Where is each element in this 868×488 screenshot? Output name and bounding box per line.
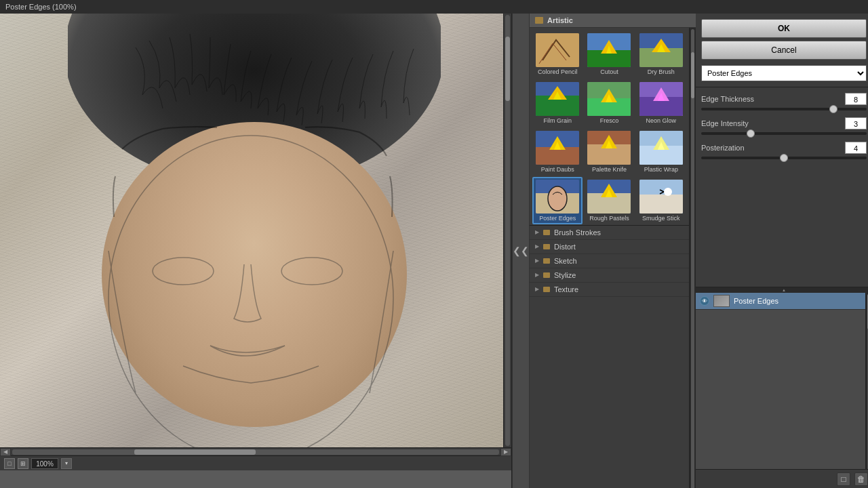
filter-label-colored-pencil: Colored Pencil <box>538 68 578 75</box>
distort-folder-icon <box>543 244 550 249</box>
thumb-svg-paint-daubs <box>536 131 579 165</box>
filter-thumb-img-neon-glow <box>639 82 683 116</box>
filter-thumb-cutout[interactable]: Cutout <box>584 30 634 78</box>
category-distort[interactable]: ▶ Distort <box>530 240 689 254</box>
category-brush-strokes[interactable]: ▶ Brush Strokes <box>530 226 689 240</box>
posterization-thumb[interactable] <box>780 154 788 162</box>
cancel-button[interactable]: Cancel <box>701 41 867 60</box>
edge-intensity-label: Edge Intensity <box>701 119 749 127</box>
category-stylize[interactable]: ▶ Stylize <box>530 268 689 283</box>
scroll-v-thumb[interactable] <box>505 37 510 101</box>
actual-size-btn[interactable]: ⊞ <box>18 458 28 469</box>
stylize-folder-icon <box>543 272 550 278</box>
distort-arrow: ▶ <box>535 243 539 249</box>
image-canvas[interactable] <box>0 14 503 447</box>
canvas-h-scroll[interactable]: ◀ ▶ <box>0 447 511 455</box>
layers-panel: ▲ 👁 Poster Edges <box>696 287 868 488</box>
layers-scroll-v[interactable] <box>865 293 868 469</box>
filter-label-neon-glow: Neon Glow <box>646 117 677 124</box>
distort-label: Distort <box>554 243 576 251</box>
filter-label-palette-knife: Palette Knife <box>592 166 627 173</box>
edge-thickness-track[interactable] <box>701 108 867 110</box>
posterization-track[interactable] <box>701 157 867 159</box>
filter-select-wrapper: Poster Edges <box>701 65 867 81</box>
edge-intensity-track[interactable] <box>701 132 867 135</box>
filter-panel-inner: Colored Pencil Cutout <box>530 28 696 488</box>
delete-layer-btn[interactable]: 🗑 <box>854 472 868 486</box>
posterization-row: Posterization 4 <box>701 142 867 159</box>
filter-thumb-plastic-wrap[interactable]: Plastic Wrap <box>636 128 686 176</box>
filter-thumb-fresco[interactable]: Fresco <box>584 79 634 127</box>
category-sketch[interactable]: ▶ Sketch <box>530 254 689 268</box>
panel-collapse-arrow[interactable]: ❮❮ <box>512 14 530 488</box>
svg-point-0 <box>108 136 393 447</box>
scroll-left-arrow[interactable]: ◀ <box>0 448 11 456</box>
zoom-display: 100% <box>31 458 58 469</box>
svg-point-2 <box>281 258 342 285</box>
thumb-svg-palette-knife <box>587 131 631 165</box>
thumb-svg-dry-brush <box>639 33 683 67</box>
filter-thumbnails-area: Colored Pencil Cutout <box>530 28 689 488</box>
svg-point-45 <box>664 188 672 196</box>
edge-thickness-row: Edge Thickness 8 <box>701 93 867 110</box>
brush-strokes-label: Brush Strokes <box>554 228 601 237</box>
layers-list: 👁 Poster Edges <box>696 293 865 469</box>
edge-thickness-value[interactable]: 8 <box>845 93 867 105</box>
fit-zoom-btn[interactable]: □ <box>4 458 15 469</box>
filter-thumb-neon-glow[interactable]: Neon Glow <box>636 79 686 127</box>
filter-label-fresco: Fresco <box>600 117 619 124</box>
posterization-value[interactable]: 4 <box>845 142 867 154</box>
edge-intensity-value[interactable]: 3 <box>845 117 867 129</box>
filter-scroll-v[interactable] <box>689 28 696 488</box>
settings-panel: OK Cancel Poster Edges Edge Thickness 8 <box>696 14 868 488</box>
h-scroll-thumb[interactable] <box>134 449 256 455</box>
edge-thickness-thumb[interactable] <box>829 105 837 113</box>
edge-intensity-thumb[interactable] <box>747 129 755 138</box>
filter-label-smudge-stick: Smudge Stick <box>642 215 680 222</box>
canvas-with-scroll <box>0 14 511 447</box>
filter-label-cutout: Cutout <box>600 68 618 75</box>
filter-thumb-smudge-stick[interactable]: Smudge Stick <box>636 177 686 224</box>
canvas-scroll-v[interactable] <box>503 14 511 447</box>
new-layer-btn[interactable]: □ <box>837 472 850 486</box>
filter-thumb-poster-edges[interactable]: Poster Edges <box>532 177 583 224</box>
filter-thumb-colored-pencil[interactable]: Colored Pencil <box>532 30 583 78</box>
filter-thumb-palette-knife[interactable]: Palette Knife <box>584 128 634 176</box>
thumb-svg-colored-pencil <box>536 33 579 67</box>
sketch-label: Sketch <box>554 257 577 265</box>
thumb-svg-cutout <box>587 33 631 67</box>
brush-strokes-folder-icon <box>543 230 550 235</box>
layers-scroll-up[interactable]: ▲ <box>696 287 868 293</box>
edge-intensity-row: Edge Intensity 3 <box>701 117 867 135</box>
filter-thumb-dry-brush[interactable]: Dry Brush <box>636 30 686 78</box>
scroll-right-arrow[interactable]: ▶ <box>500 448 511 456</box>
layer-visibility-icon[interactable]: 👁 <box>700 296 709 306</box>
filter-thumb-rough-pastels[interactable]: Rough Pastels <box>584 177 634 224</box>
thumb-svg-fresco <box>587 82 631 116</box>
window-title: Poster Edges (100%) <box>5 3 77 11</box>
category-texture[interactable]: ▶ Texture <box>530 283 689 297</box>
filter-label-dry-brush: Dry Brush <box>648 68 675 75</box>
filter-thumb-img-dry-brush <box>639 33 683 67</box>
category-list: ▶ Brush Strokes ▶ Distort ▶ Sketch <box>530 225 689 297</box>
filter-select-dropdown[interactable]: Poster Edges <box>701 65 867 81</box>
filter-scroll-thumb[interactable] <box>691 52 694 98</box>
ok-button[interactable]: OK <box>701 19 867 38</box>
filter-thumb-img-rough-pastels <box>587 180 631 214</box>
filter-thumb-film-grain[interactable]: Film Grain <box>532 79 583 127</box>
zoom-dropdown[interactable]: ▾ <box>61 458 72 469</box>
edge-thickness-label: Edge Thickness <box>701 95 754 103</box>
edge-thickness-label-row: Edge Thickness 8 <box>701 93 867 105</box>
slider-section: Edge Thickness 8 Edge Intensity 3 Po <box>696 87 868 287</box>
svg-rect-44 <box>639 195 683 214</box>
texture-arrow: ▶ <box>535 286 539 292</box>
edge-intensity-label-row: Edge Intensity 3 <box>701 117 867 129</box>
stylize-label: Stylize <box>554 271 576 279</box>
folder-icon <box>535 17 543 24</box>
filter-label-plastic-wrap: Plastic Wrap <box>644 166 678 173</box>
filter-scroll-track <box>691 29 694 488</box>
layer-item-poster-edges[interactable]: 👁 Poster Edges <box>696 293 865 310</box>
layers-scrollable: 👁 Poster Edges <box>696 293 868 469</box>
filter-thumb-img-palette-knife <box>587 131 631 165</box>
filter-thumb-paint-daubs[interactable]: Paint Daubs <box>532 128 583 176</box>
